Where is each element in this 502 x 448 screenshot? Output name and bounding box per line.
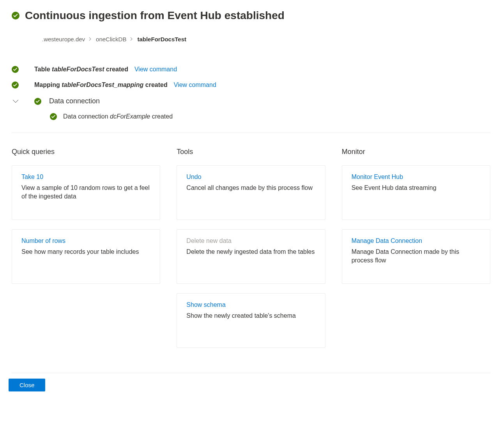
- close-button[interactable]: Close: [9, 379, 45, 391]
- card-manage-data-connection[interactable]: Manage Data Connection Manage Data Conne…: [342, 229, 490, 284]
- card-title-link[interactable]: Show schema: [186, 301, 226, 308]
- card-monitor-event-hub[interactable]: Monitor Event Hub See Event Hub data str…: [342, 165, 490, 220]
- success-check-icon: [34, 98, 41, 105]
- card-description: See how many records your table includes: [21, 248, 150, 256]
- card-title-link[interactable]: Undo: [186, 174, 201, 181]
- status-text-connection: Data connection dcForExample created: [63, 113, 173, 120]
- card-title-link[interactable]: Manage Data Connection: [352, 237, 422, 244]
- column-quick-queries: Quick queries Take 10 View a sample of 1…: [12, 148, 160, 357]
- column-title-quick-queries: Quick queries: [12, 148, 160, 156]
- card-title-link-disabled: Delete new data: [186, 237, 232, 244]
- column-title-tools: Tools: [177, 148, 325, 156]
- footer: Close: [12, 379, 490, 391]
- status-row-table: Table tableForDocsTest created View comm…: [12, 66, 490, 73]
- status-row-connection: Data connection: [12, 97, 490, 105]
- chevron-right-icon: [130, 37, 133, 42]
- column-monitor: Monitor Monitor Event Hub See Event Hub …: [342, 148, 490, 357]
- card-description: Cancel all changes made by this process …: [186, 184, 315, 192]
- column-title-monitor: Monitor: [342, 148, 490, 156]
- status-list: Table tableForDocsTest created View comm…: [12, 66, 490, 120]
- card-undo[interactable]: Undo Cancel all changes made by this pro…: [177, 165, 325, 220]
- breadcrumb-item-table: tableForDocsTest: [137, 36, 186, 42]
- card-description: Show the newly created table's schema: [186, 312, 315, 320]
- success-check-icon: [50, 113, 57, 120]
- view-command-link-mapping[interactable]: View command: [174, 81, 216, 89]
- card-take-10[interactable]: Take 10 View a sample of 10 random rows …: [12, 165, 160, 220]
- card-description: View a sample of 10 random rows to get a…: [21, 184, 150, 201]
- divider: [12, 373, 490, 373]
- card-description: Manage Data Connection made by this proc…: [352, 248, 481, 265]
- column-tools: Tools Undo Cancel all changes made by th…: [177, 148, 325, 357]
- page-title: Continuous ingestion from Event Hub esta…: [25, 9, 285, 22]
- breadcrumb: .westeurope.dev oneClickDB tableForDocsT…: [42, 36, 490, 42]
- status-row-mapping: Mapping tableForDocsTest_mapping created…: [12, 81, 490, 89]
- breadcrumb-item-cluster[interactable]: .westeurope.dev: [42, 36, 85, 42]
- card-title-link[interactable]: Monitor Event Hub: [352, 174, 403, 181]
- card-description: Delete the newly ingested data from the …: [186, 248, 315, 256]
- card-description: See Event Hub data streaming: [352, 184, 481, 192]
- chevron-right-icon: [89, 37, 92, 42]
- chevron-down-icon[interactable]: [12, 99, 19, 103]
- status-text-mapping: Mapping tableForDocsTest_mapping created: [34, 81, 168, 89]
- success-check-icon: [12, 81, 19, 89]
- breadcrumb-item-database[interactable]: oneClickDB: [96, 36, 126, 42]
- card-delete-new-data: Delete new data Delete the newly ingeste…: [177, 229, 325, 284]
- page-header: Continuous ingestion from Event Hub esta…: [12, 9, 490, 22]
- card-title-link[interactable]: Take 10: [21, 174, 43, 181]
- action-columns: Quick queries Take 10 View a sample of 1…: [12, 148, 490, 357]
- card-number-of-rows[interactable]: Number of rows See how many records your…: [12, 229, 160, 284]
- success-check-icon: [12, 12, 19, 19]
- data-connection-label: Data connection: [49, 97, 100, 105]
- view-command-link-table[interactable]: View command: [134, 66, 177, 73]
- status-row-connection-detail: Data connection dcForExample created: [50, 113, 490, 120]
- divider: [12, 133, 490, 133]
- card-title-link[interactable]: Number of rows: [21, 237, 65, 244]
- success-check-icon: [12, 66, 19, 73]
- card-show-schema[interactable]: Show schema Show the newly created table…: [177, 293, 325, 348]
- status-text-table: Table tableForDocsTest created: [34, 66, 128, 73]
